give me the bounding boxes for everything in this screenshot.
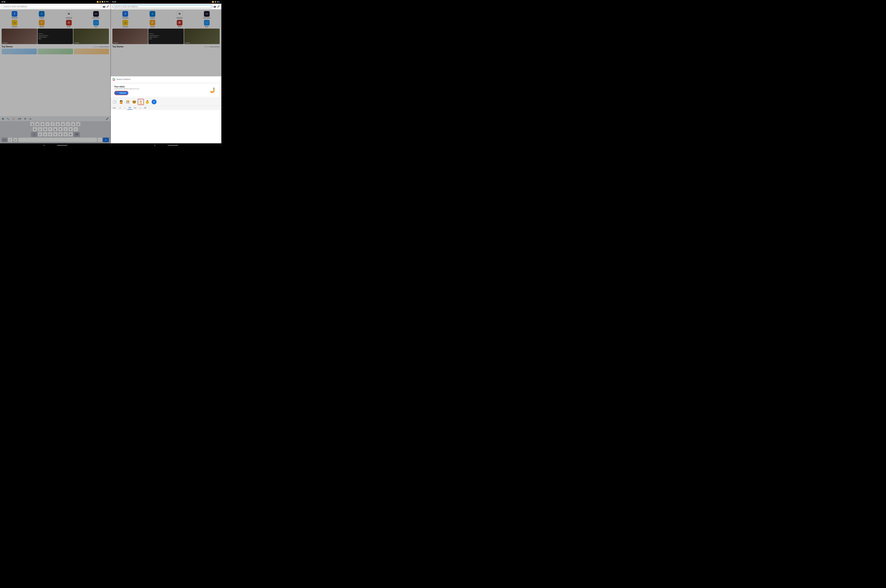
kb-gif-btn-2[interactable]: GIF: [132, 106, 138, 110]
sticker-tab-face1[interactable]: 🤦: [118, 99, 124, 105]
ql2-flipkart[interactable]: F Flipkart: [140, 20, 165, 27]
sticker-tab-recent[interactable]: 🕐: [111, 99, 118, 105]
key-d[interactable]: d: [43, 127, 47, 132]
sticker-search-bar[interactable]: [111, 76, 221, 82]
news-tile-cricket[interactable]: Cricket: [73, 28, 109, 44]
key-u[interactable]: u7: [61, 122, 65, 126]
sticker-tab-face3[interactable]: [138, 99, 144, 105]
news-tile-2-quotes[interactable]: Quotes » Kangana Ranaut » Roger Federer …: [148, 28, 184, 44]
key-c[interactable]: c: [48, 132, 53, 136]
key-v[interactable]: v: [53, 132, 58, 136]
key-e[interactable]: e3: [40, 122, 45, 126]
ql2-outlook[interactable]: O Outlook: [140, 11, 165, 19]
ql2-indiatimes[interactable]: ✦✦ India Times: [194, 11, 220, 19]
kb-more-btn[interactable]: •••: [28, 117, 33, 121]
top-stories-header-1: Top Stories powered by Microsoft News: [0, 45, 111, 48]
key-t[interactable]: t5: [50, 122, 55, 126]
quick-link-outlook[interactable]: O Outlook: [29, 11, 55, 19]
kb-sticker-btn[interactable]: ⌨: [127, 106, 132, 110]
mic-icon-2[interactable]: 🎤: [217, 5, 220, 8]
svg-point-2: [139, 102, 142, 104]
home-bar-1: ∨: [0, 143, 111, 147]
news-tile-quotes[interactable]: Quotes » Kangana Ranaut » Roger Federer …: [38, 28, 73, 44]
key-g[interactable]: g: [53, 127, 58, 132]
kb-emoticon-btn[interactable]: :-): [138, 106, 142, 110]
key-i[interactable]: i8: [66, 122, 70, 126]
key-slash[interactable]: /: [8, 138, 12, 142]
key-m[interactable]: m: [68, 132, 73, 136]
key-period[interactable]: .: [98, 138, 102, 142]
key-shift[interactable]: ⇧: [31, 132, 37, 136]
sticker-search-input[interactable]: [116, 78, 220, 81]
address-bar-2[interactable]: 📷 🎤: [111, 4, 221, 9]
kb-back-btn[interactable]: ◀: [1, 117, 5, 121]
kb-mic-btn[interactable]: 🎤: [105, 117, 110, 121]
key-space[interactable]: [18, 138, 97, 142]
ql2-facebook[interactable]: f Facebook: [112, 11, 138, 19]
sticker-tab-party[interactable]: 🎊: [125, 99, 131, 105]
kb-translate-btn[interactable]: ⊞: [23, 117, 27, 121]
sticker-tab-baby[interactable]: 👶: [144, 99, 150, 105]
quick-link-flipkart[interactable]: F Flipkart: [29, 20, 55, 27]
mic-icon-1[interactable]: 🎤: [107, 5, 109, 8]
panel-1: 8:15 📶 🔋 📶 🔋 69% 📷 🎤 f Facebook O Outloo…: [0, 0, 111, 147]
create-minis-btn[interactable]: 📷 CREATE: [114, 91, 128, 95]
news-tile-explore[interactable]: Explore: [2, 28, 37, 44]
sticker-tab-face2[interactable]: 🤓: [131, 99, 137, 105]
ql2-rediff[interactable]: R Rediff: [167, 20, 193, 27]
sticker-tab-add[interactable]: +: [152, 99, 156, 104]
key-r[interactable]: r4: [45, 122, 50, 126]
key-n[interactable]: n: [63, 132, 68, 136]
camera-icon-2[interactable]: 📷: [214, 5, 216, 8]
key-a[interactable]: a: [33, 127, 37, 132]
quick-link-wikipedia[interactable]: W Wikipedia: [56, 11, 82, 19]
key-123[interactable]: ?123: [2, 138, 8, 142]
key-q[interactable]: q1: [30, 122, 35, 126]
camera-icon-1[interactable]: 📷: [103, 5, 105, 8]
key-j[interactable]: j: [63, 127, 68, 132]
ms-news-2: powered by Microsoft News: [204, 46, 220, 47]
key-y[interactable]: y6: [56, 122, 60, 126]
story-card-3[interactable]: [74, 49, 109, 54]
key-z[interactable]: z: [38, 132, 42, 136]
svg-point-3: [140, 101, 141, 101]
quick-link-indiatimes[interactable]: ✦✦ India Times: [83, 11, 109, 19]
key-w[interactable]: w2: [35, 122, 40, 126]
story-card-1[interactable]: [2, 49, 37, 54]
news-tile-2-cricket[interactable]: Cricket: [184, 28, 220, 44]
kb-clipboard-btn[interactable]: 📋: [11, 117, 16, 121]
key-o[interactable]: o9: [71, 122, 75, 126]
story-card-2[interactable]: [38, 49, 73, 54]
kb-clip-btn[interactable]: ⬜: [118, 106, 122, 110]
svg-point-1: [140, 100, 142, 102]
camera-icon-create: 📷: [117, 92, 119, 94]
ql2-cricbuzz[interactable]: cb Cricbuzz: [112, 20, 138, 27]
key-backspace[interactable]: ⌫: [74, 132, 80, 136]
kb-emoji-btn[interactable]: ☺: [123, 106, 127, 110]
key-p[interactable]: p0: [76, 122, 81, 126]
news-tiles-2: Explore Quotes » Kangana Ranaut » Roger …: [111, 28, 221, 45]
key-k[interactable]: k: [68, 127, 73, 132]
kb-delete-btn[interactable]: ⌫: [143, 106, 147, 110]
key-h[interactable]: h: [58, 127, 63, 132]
key-f[interactable]: f: [48, 127, 53, 132]
key-l[interactable]: l: [74, 127, 78, 132]
key-x[interactable]: x: [43, 132, 47, 136]
news-tile-2-explore[interactable]: Explore: [112, 28, 148, 44]
quick-link-facebook[interactable]: f Facebook: [2, 11, 28, 19]
address-bar-1[interactable]: 📷 🎤: [0, 4, 111, 9]
key-send[interactable]: ➤: [103, 138, 109, 142]
kb-abc-btn[interactable]: ABC: [111, 106, 117, 110]
address-input-1[interactable]: [2, 5, 102, 8]
ql2-wikipedia[interactable]: W Wikipedia: [167, 11, 193, 19]
quick-link-rediff[interactable]: R Rediff: [56, 20, 82, 27]
quick-link-more[interactable]: → More: [83, 20, 109, 27]
kb-search-btn[interactable]: 🔍: [5, 117, 10, 121]
key-b[interactable]: b: [58, 132, 63, 136]
address-input-2[interactable]: [112, 5, 212, 8]
key-s[interactable]: s: [38, 127, 42, 132]
kb-gif-btn[interactable]: GIF: [17, 117, 23, 121]
ql2-more[interactable]: → More: [194, 20, 220, 27]
quick-link-cricbuzz[interactable]: cb Cricbuzz: [2, 20, 28, 27]
key-emoji[interactable]: ☺: [13, 138, 18, 142]
